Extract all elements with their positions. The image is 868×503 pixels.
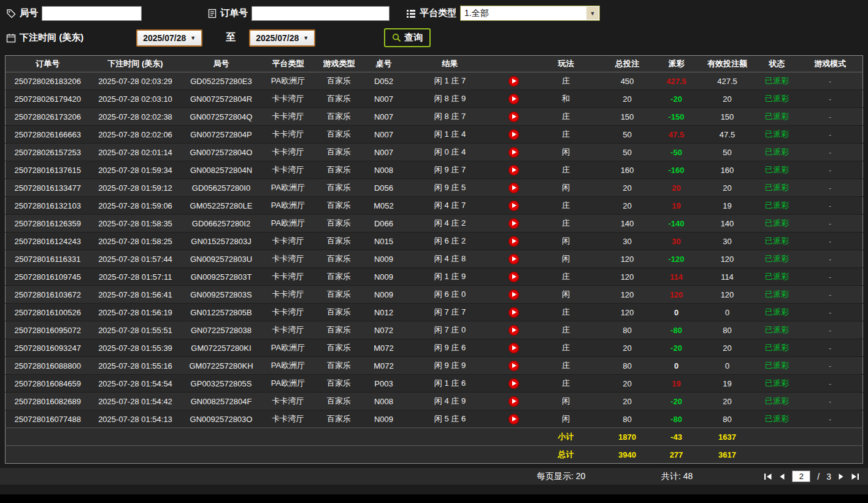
replay-play-icon[interactable] [509, 378, 519, 389]
replay-play-icon[interactable] [509, 236, 519, 247]
replay-play-icon[interactable] [509, 147, 519, 158]
replay-play-icon[interactable] [509, 307, 519, 318]
total-spacer [6, 446, 532, 464]
cell-replay [496, 161, 532, 179]
replay-play-icon[interactable] [509, 129, 519, 140]
replay-play-icon[interactable] [509, 94, 519, 104]
cell-result: 闲 5 庄 6 [404, 410, 496, 428]
platform-type-select[interactable]: 1.全部 ▼ [460, 6, 600, 21]
cell-table-no: M052 [364, 197, 404, 215]
cell-game-mode: - [798, 126, 863, 144]
cell-total-bet: 20 [601, 339, 655, 357]
replay-play-icon[interactable] [509, 361, 519, 371]
cell-play: 庄 [532, 268, 601, 286]
date-from-picker[interactable]: 2025/07/28 ▼ [136, 29, 202, 47]
cell-result: 闲 6 庄 2 [404, 232, 496, 250]
query-button-label: 查询 [404, 32, 423, 44]
page-number-input[interactable] [792, 470, 810, 482]
replay-play-icon[interactable] [509, 272, 519, 282]
cell-result: 闲 8 庄 7 [404, 108, 496, 126]
cell-order-id: 250728016088800 [6, 357, 90, 375]
cell-order-id: 250728016137615 [6, 161, 90, 179]
cell-status: 已派彩 [756, 179, 798, 197]
replay-play-icon[interactable] [509, 343, 519, 353]
total-row: 总计 3940 277 3617 [6, 446, 863, 464]
query-button[interactable]: 查询 [384, 28, 431, 47]
cell-platform: 卡卡湾厅 [262, 268, 315, 286]
cell-table-no: N012 [364, 304, 404, 321]
replay-play-icon[interactable] [509, 76, 519, 86]
replay-play-icon[interactable] [509, 396, 519, 407]
cell-bet-time: 2025-07-28 01:59:12 [90, 179, 181, 197]
cell-status: 已派彩 [756, 197, 798, 215]
cell-result: 闲 4 庄 2 [404, 215, 496, 232]
cell-result: 闲 9 庄 5 [404, 179, 496, 197]
cell-total-bet: 20 [601, 197, 655, 215]
previous-page-button[interactable] [779, 473, 785, 480]
replay-play-icon[interactable] [509, 325, 519, 336]
cell-payout: 0 [655, 357, 699, 375]
cell-game-mode: - [798, 393, 863, 410]
cell-game-mode: - [798, 179, 863, 197]
cell-total-bet: 80 [601, 321, 655, 339]
last-page-button[interactable] [851, 473, 859, 480]
col-header-round-id: 局号 [181, 56, 262, 72]
cell-valid-bet: 114 [699, 268, 756, 286]
cell-game-mode: - [798, 197, 863, 215]
cell-valid-bet: 19 [699, 375, 756, 393]
cell-replay [496, 304, 532, 321]
replay-play-icon[interactable] [509, 201, 519, 211]
cell-game-mode: - [798, 286, 863, 304]
date-from-value: 2025/07/28 [143, 33, 186, 43]
replay-play-icon[interactable] [509, 218, 519, 229]
cell-order-id: 250728016103672 [6, 286, 90, 304]
date-range-to-label: 至 [226, 31, 236, 44]
cell-valid-bet: 50 [699, 144, 756, 161]
cell-platform: PA欧洲厅 [262, 72, 315, 90]
cell-status: 已派彩 [756, 232, 798, 250]
cell-total-bet: 80 [601, 410, 655, 428]
replay-play-icon[interactable] [509, 254, 519, 264]
cell-valid-bet: 20 [699, 339, 756, 357]
cell-bet-time: 2025-07-28 01:54:42 [90, 393, 181, 410]
cell-game-mode: - [798, 72, 863, 90]
next-page-button[interactable] [838, 473, 844, 480]
replay-play-icon[interactable] [509, 414, 519, 424]
col-header-bet-time: 下注时间 (美东) [90, 56, 181, 72]
cell-game-type: 百家乐 [315, 161, 364, 179]
table-row: 2507280160950722025-07-28 01:55:51GN0722… [6, 321, 863, 339]
cell-platform: 卡卡湾厅 [262, 232, 315, 250]
table-row: 2507280161005262025-07-28 01:56:19GN0122… [6, 304, 863, 321]
cell-game-type: 百家乐 [315, 215, 364, 232]
cell-platform: PA欧洲厅 [262, 375, 315, 393]
cell-table-no: D066 [364, 215, 404, 232]
bottom-strip [0, 494, 868, 503]
cell-result: 闲 6 庄 0 [404, 286, 496, 304]
cell-status: 已派彩 [756, 250, 798, 268]
col-header-play: 玩法 [532, 56, 601, 72]
first-page-button[interactable] [764, 473, 772, 480]
replay-play-icon[interactable] [509, 165, 519, 175]
date-to-picker[interactable]: 2025/07/28 ▼ [249, 29, 315, 47]
order-number-input[interactable] [252, 6, 390, 21]
table-row: 2507280161163312025-07-28 01:57:44GN0092… [6, 250, 863, 268]
total-label: 总计 [532, 446, 601, 464]
cell-replay [496, 215, 532, 232]
cell-status: 已派彩 [756, 357, 798, 375]
list-icon [406, 9, 416, 18]
cell-replay [496, 179, 532, 197]
cell-payout: -20 [655, 90, 699, 108]
replay-play-icon[interactable] [509, 112, 519, 122]
cell-game-mode: - [798, 144, 863, 161]
cell-status: 已派彩 [756, 410, 798, 428]
cell-table-no: N007 [364, 144, 404, 161]
cell-order-id: 250728016124243 [6, 232, 90, 250]
cell-platform: 卡卡湾厅 [262, 286, 315, 304]
total-payout: 277 [655, 446, 699, 464]
replay-play-icon[interactable] [509, 183, 519, 193]
round-number-input[interactable] [42, 6, 142, 21]
cell-table-no: D052 [364, 72, 404, 90]
replay-play-icon[interactable] [509, 290, 519, 300]
cell-order-id: 250728016084659 [6, 375, 90, 393]
col-header-order-id: 订单号 [6, 56, 90, 72]
